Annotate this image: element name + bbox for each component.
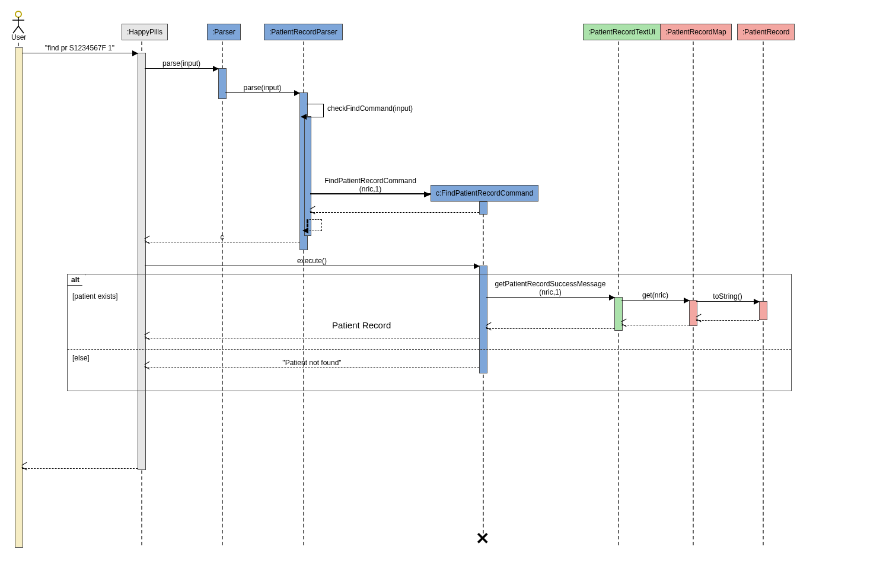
activation-patientrecordparser-2 (304, 116, 311, 236)
actor-label: User (11, 33, 26, 41)
msg-return-c: c (145, 242, 299, 242)
activation-parser (218, 68, 227, 99)
activation-user (15, 47, 23, 548)
msg-return-notfound: "Patient not found" (145, 368, 479, 368)
sequence-diagram: { "actor": {"name": "User"}, "participan… (0, 0, 883, 588)
svg-line-3 (13, 26, 18, 33)
participant-findcommand: c:FindPatientRecordCommand (431, 185, 538, 202)
msg-get-success: getPatientRecordSuccessMessage(nric,1) (486, 297, 614, 298)
msg-return-record (145, 338, 479, 338)
msg-return-create (310, 212, 479, 213)
msg-return-success (486, 328, 614, 329)
msg-parse-2: parse(input) (225, 92, 299, 93)
participant-record: :PatientRecord (737, 24, 795, 40)
alt-guard-1: [patient exists] (72, 292, 118, 301)
msg-checkfind-label: checkFindCommand(input) (327, 104, 413, 113)
alt-separator (68, 349, 791, 350)
alt-guard-2: [else] (72, 354, 90, 362)
msg-return-get (621, 325, 689, 325)
msg-user-find: "find pr S1234567F 1" (22, 53, 138, 53)
activation-happypills (138, 53, 146, 470)
msg-new-findcmd: FindPatientRecordCommand(nric,1) (310, 193, 431, 194)
participant-patientrecordparser: :PatientRecordParser (264, 24, 343, 40)
participant-happypills: :HappyPills (122, 24, 168, 40)
msg-tostring: toString() (696, 301, 759, 302)
actor-user: User (11, 11, 26, 41)
destroy-icon: ✕ (476, 529, 489, 548)
msg-get: get(nric) (621, 300, 689, 301)
msg-checkfind (307, 104, 324, 117)
msg-self-return (307, 219, 322, 231)
alt-frame: alt [patient exists] [else] (67, 274, 792, 391)
msg-patient-record-label: Patient Record (332, 320, 391, 330)
msg-execute: execute() (145, 266, 479, 266)
alt-tag: alt (67, 274, 86, 286)
svg-point-0 (15, 11, 21, 17)
msg-return-tostring (696, 320, 759, 321)
participant-recordmap: :PatientRecordMap (660, 24, 732, 40)
activation-findcommand-1 (479, 202, 487, 215)
participant-parser: :Parser (207, 24, 241, 40)
msg-parse-1: parse(input) (145, 68, 218, 69)
svg-line-4 (18, 26, 24, 33)
msg-return-user (22, 468, 138, 469)
participant-textui: :PatientRecordTextUi (583, 24, 661, 40)
